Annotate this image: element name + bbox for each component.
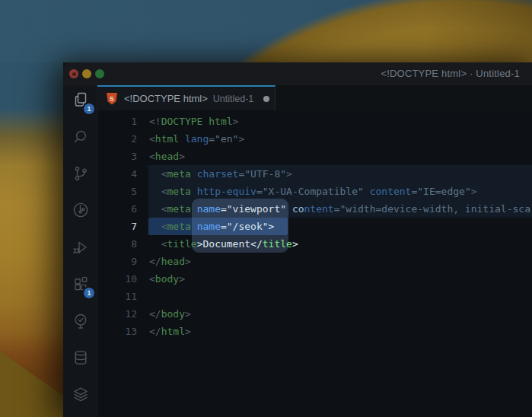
line-number[interactable]: 6 <box>97 200 137 218</box>
code-token: < <box>149 133 155 145</box>
code-token: > <box>238 133 244 145</box>
code-token: ="UTF-8" <box>238 168 286 180</box>
code-token: >Document</ <box>197 238 263 250</box>
code-token: < <box>149 273 155 285</box>
sidebar-item-explorer[interactable]: 1 <box>63 81 97 118</box>
code-token: > <box>185 308 191 320</box>
sidebar-item-commit-graph[interactable] <box>63 192 97 228</box>
code-token: ="viewport" <box>221 203 286 215</box>
code-line[interactable]: <meta http-equiv="X-UA-Compatible" conte… <box>149 183 532 200</box>
code-lines: <!DOCTYPE html><html lang="en"><head><me… <box>149 113 532 340</box>
code-token: ="/seok" <box>221 221 269 232</box>
code-token: meta <box>167 203 191 215</box>
modified-dot-icon[interactable] <box>263 96 269 102</box>
code-token: > <box>269 221 275 232</box>
code-token: ="width=device-width, initial-sca <box>334 203 530 215</box>
code-token: < <box>161 221 167 232</box>
layers-icon <box>72 385 90 403</box>
code-token: < <box>161 203 167 215</box>
code-token: charset <box>197 168 239 180</box>
line-number[interactable]: 10 <box>97 270 137 288</box>
code-token <box>179 133 185 145</box>
code-token: </ <box>149 308 161 320</box>
code-token: html <box>155 133 179 145</box>
commit-graph-icon <box>72 201 90 219</box>
code-token: > <box>471 186 477 197</box>
close-button[interactable] <box>69 69 78 78</box>
wallpaper-top <box>0 0 532 62</box>
code-token: < <box>161 238 167 250</box>
code-token: body <box>161 308 185 320</box>
code-token: > <box>286 168 292 180</box>
code-line[interactable]: <meta name="/seok"> <box>149 218 532 235</box>
vscode-window: <!DOCTYPE html> · Untitled-1 1 <box>63 62 532 417</box>
explorer-badge: 1 <box>84 103 94 114</box>
line-number[interactable]: 3 <box>97 148 137 165</box>
code-editor[interactable]: 12345678910111213 <!DOCTYPE html><html l… <box>97 110 532 417</box>
code-line[interactable]: <!DOCTYPE html> <box>149 113 532 130</box>
code-token: > <box>185 256 191 267</box>
debug-icon <box>72 238 90 256</box>
code-token: lang <box>185 133 209 145</box>
sidebar-item-layers[interactable] <box>63 376 97 412</box>
minimize-button[interactable] <box>82 69 91 78</box>
html5-icon: 5 <box>107 93 117 105</box>
code-token: </ <box>149 326 161 337</box>
code-token: ="IE=edge" <box>411 186 470 197</box>
line-number[interactable]: 1 <box>97 113 137 130</box>
code-token: < <box>161 168 167 180</box>
sidebar-item-testing-tree[interactable] <box>63 302 97 339</box>
code-token: title <box>263 238 292 250</box>
code-token <box>191 221 197 232</box>
git-branch-icon <box>72 164 90 183</box>
code-token: html <box>161 326 185 337</box>
desktop: <!DOCTYPE html> · Untitled-1 1 <box>0 0 532 417</box>
extensions-badge: 1 <box>84 288 94 298</box>
code-line[interactable]: <head> <box>149 148 532 165</box>
code-token: content <box>370 186 412 197</box>
code-token: title <box>167 238 197 250</box>
line-number[interactable]: 2 <box>97 130 137 148</box>
activity-bar: 1 <box>63 85 97 417</box>
line-number[interactable]: 4 <box>97 165 137 183</box>
line-number[interactable]: 5 <box>97 183 137 200</box>
code-token: body <box>155 273 179 285</box>
code-line[interactable]: <title>Document</title> <box>149 235 532 253</box>
line-number[interactable]: 9 <box>97 253 137 270</box>
sidebar-item-extensions[interactable]: 1 <box>63 266 97 302</box>
code-token: http-equiv <box>197 186 256 197</box>
code-token: <! <box>149 116 161 127</box>
titlebar[interactable]: <!DOCTYPE html> · Untitled-1 <box>63 62 532 85</box>
code-token: ="X-UA-Compatible" <box>256 186 364 197</box>
code-line[interactable]: </html> <box>149 323 532 340</box>
code-token: meta <box>167 221 191 232</box>
code-token: co <box>292 203 304 215</box>
tab-untitled-1[interactable]: 5 <!DOCTYPE html> Untitled-1 <box>97 85 276 110</box>
line-number[interactable]: 13 <box>97 323 137 340</box>
sidebar-item-source-control[interactable] <box>63 155 97 192</box>
code-line[interactable]: </head> <box>149 253 532 270</box>
line-number[interactable]: 8 <box>97 235 137 253</box>
code-line[interactable] <box>149 288 532 305</box>
code-token: ntent <box>304 203 334 215</box>
code-line[interactable]: <meta name="viewport" content="width=dev… <box>149 200 532 218</box>
line-number[interactable]: 11 <box>97 288 137 305</box>
code-token: < <box>149 151 155 162</box>
code-token: </ <box>149 256 161 267</box>
code-token: meta <box>167 168 191 180</box>
code-line[interactable]: <meta charset="UTF-8"> <box>149 165 532 183</box>
code-token: > <box>292 238 298 250</box>
code-line[interactable]: <body> <box>149 270 532 288</box>
line-number[interactable]: 12 <box>97 305 137 323</box>
code-token: < <box>161 186 167 197</box>
line-number[interactable]: 7 <box>97 218 137 235</box>
zoom-button[interactable] <box>95 69 104 78</box>
sidebar-item-database[interactable] <box>63 339 97 376</box>
code-token: > <box>179 273 185 285</box>
code-line[interactable]: </body> <box>149 305 532 323</box>
code-line[interactable]: <html lang="en"> <box>149 130 532 148</box>
sidebar-item-run-debug[interactable] <box>63 229 97 266</box>
code-token: > <box>179 151 185 162</box>
sidebar-item-search[interactable] <box>63 118 97 154</box>
tab-bar: 5 <!DOCTYPE html> Untitled-1 <box>97 85 532 110</box>
